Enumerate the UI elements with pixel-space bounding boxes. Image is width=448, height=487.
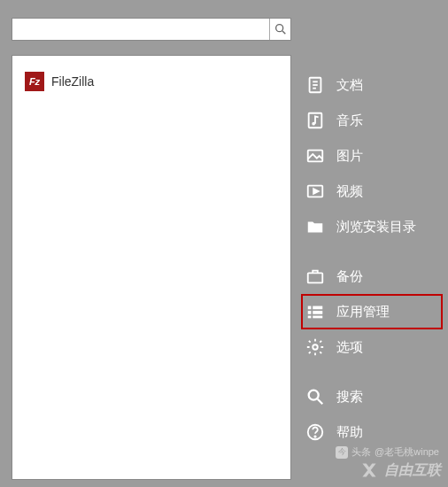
watermark-text: 自由互联 (384, 461, 441, 480)
app-item-label: FileZilla (51, 74, 94, 89)
svg-rect-15 (308, 316, 312, 319)
search-icon (305, 386, 326, 407)
list-icon (305, 301, 326, 322)
attribution-prefix: 头条 (351, 445, 371, 459)
menu-label: 浏览安装目录 (336, 219, 416, 236)
svg-rect-13 (308, 311, 312, 314)
menu-label: 应用管理 (336, 304, 390, 321)
menu-item-help[interactable]: 帮助 (301, 414, 443, 450)
menu-item-options[interactable]: 选项 (301, 329, 443, 365)
svg-point-21 (314, 436, 315, 437)
menu-label: 备份 (336, 268, 363, 285)
svg-rect-14 (313, 311, 322, 314)
svg-point-0 (275, 25, 282, 32)
attribution-user: @老毛桃winpe (375, 445, 439, 459)
attribution-icon: 今 (336, 446, 348, 459)
briefcase-icon (305, 266, 326, 287)
app-item-filezilla[interactable]: Fz FileZilla (25, 72, 278, 91)
video-icon (305, 181, 326, 202)
svg-rect-16 (313, 316, 322, 319)
svg-line-19 (318, 399, 323, 405)
svg-point-18 (309, 390, 319, 400)
document-icon (305, 74, 326, 96)
gear-icon (305, 336, 326, 358)
menu-item-docs[interactable]: 文档 (301, 67, 443, 103)
svg-rect-10 (308, 273, 323, 282)
menu-item-pictures[interactable]: 图片 (301, 138, 443, 174)
svg-point-17 (313, 344, 318, 350)
side-menu: 文档 音乐 图片 视频 (301, 67, 443, 450)
svg-line-1 (282, 31, 285, 34)
menu-label: 音乐 (336, 112, 363, 129)
menu-label: 图片 (336, 148, 363, 165)
menu-label: 搜索 (336, 389, 363, 406)
menu-item-search[interactable]: 搜索 (301, 379, 443, 414)
picture-icon (305, 145, 326, 166)
magnifier-icon (274, 22, 288, 36)
menu-label: 文档 (336, 77, 363, 94)
watermark-icon (358, 459, 381, 482)
app-list-panel: Fz FileZilla (12, 55, 291, 480)
watermark: 自由互联 (358, 459, 441, 482)
menu-item-app-manage[interactable]: 应用管理 (301, 294, 443, 329)
search-input[interactable] (12, 19, 269, 40)
search-bar (12, 18, 291, 41)
search-button[interactable] (269, 19, 290, 40)
menu-label: 视频 (336, 183, 363, 200)
menu-label: 帮助 (336, 424, 363, 441)
menu-item-backup[interactable]: 备份 (301, 259, 443, 294)
filezilla-icon: Fz (25, 72, 44, 91)
menu-label: 选项 (336, 339, 363, 356)
attribution: 今 头条 @老毛桃winpe (336, 445, 439, 459)
svg-rect-12 (313, 306, 322, 310)
menu-item-video[interactable]: 视频 (301, 174, 443, 209)
folder-icon (305, 216, 326, 237)
music-icon (305, 110, 326, 131)
help-icon (305, 421, 326, 443)
menu-item-music[interactable]: 音乐 (301, 103, 443, 138)
menu-item-browse-install[interactable]: 浏览安装目录 (301, 209, 443, 244)
svg-rect-11 (308, 306, 312, 310)
